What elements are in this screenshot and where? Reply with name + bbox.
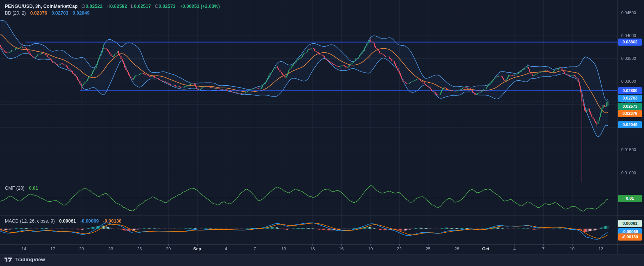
tradingview-chart-widget: PENGU/USD, 3h, CoinMarketCap O0.02522 H0… bbox=[0, 0, 644, 266]
time-tick-label: 7 bbox=[542, 247, 544, 251]
time-tick-label: 25 bbox=[426, 247, 431, 251]
tradingview-logo-icon bbox=[4, 257, 12, 262]
time-tick-label: 14 bbox=[22, 247, 27, 251]
price-tick: 0.01500 bbox=[621, 147, 636, 152]
time-tick-label: 7 bbox=[254, 247, 256, 251]
price-tick: 0.04000 bbox=[621, 33, 636, 38]
price-tick: 0.02500 bbox=[621, 102, 636, 106]
price-tick: 0.03000 bbox=[621, 79, 636, 83]
price-chart-canvas[interactable] bbox=[0, 0, 644, 266]
time-tick-label: 29 bbox=[166, 247, 171, 251]
time-tick-label: 4 bbox=[225, 247, 227, 251]
price-tick: 0.04500 bbox=[621, 10, 636, 15]
time-tick-label: 20 bbox=[79, 247, 84, 251]
time-tick-label: Oct bbox=[482, 247, 489, 251]
time-tick-label: Sep bbox=[193, 247, 201, 251]
time-tick-label: 10 bbox=[570, 247, 575, 251]
time-tick-label: 16 bbox=[339, 247, 344, 251]
time-tick-label: 19 bbox=[368, 247, 373, 251]
price-tick: 0.01000 bbox=[621, 171, 636, 175]
tradingview-brand-text: TradingView bbox=[15, 257, 45, 262]
tradingview-logo[interactable]: TradingView bbox=[4, 257, 45, 262]
time-tick-label: 4 bbox=[513, 247, 516, 251]
time-tick-label: 10 bbox=[281, 247, 286, 251]
time-tick-label: 13 bbox=[310, 247, 315, 251]
price-tick: 0.02000 bbox=[621, 125, 636, 129]
time-tick-label: 28 bbox=[455, 247, 460, 251]
time-tick-label: 26 bbox=[137, 247, 142, 251]
price-tick: 0.03500 bbox=[621, 56, 636, 61]
time-tick-label: 17 bbox=[51, 247, 55, 251]
time-tick-label: 23 bbox=[109, 247, 113, 251]
time-tick-label: 13 bbox=[599, 247, 604, 251]
time-tick-label: 22 bbox=[397, 247, 402, 251]
